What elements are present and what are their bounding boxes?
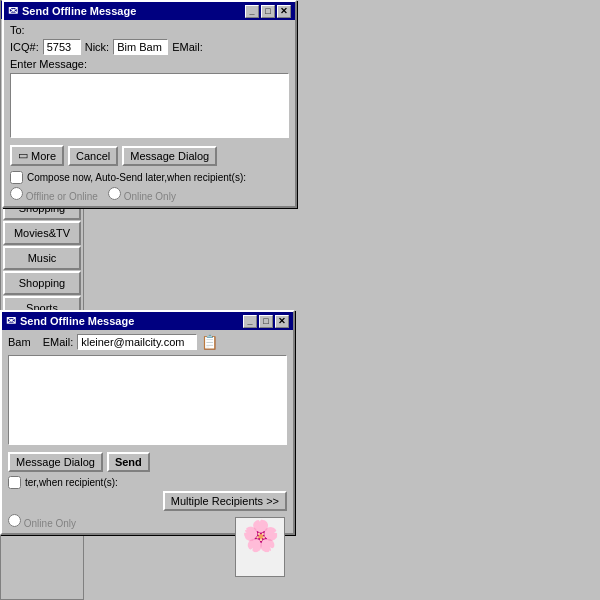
compose-label-2: ter,when recipient(s):: [25, 477, 118, 488]
to-label-1: To:: [10, 24, 25, 36]
compose-checkbox-2[interactable]: [8, 476, 21, 489]
send-offline-title-2: Send Offline Message: [20, 315, 134, 327]
radio-online-only-2[interactable]: Online Only: [8, 514, 76, 529]
close-button-2[interactable]: ✕: [275, 315, 289, 328]
multiple-recipients-button[interactable]: Multiple Recipients >>: [163, 491, 287, 511]
send-offline-window-1: ✉ Send Offline Message _ □ ✕ To: ICQ#: N…: [2, 0, 297, 208]
maximize-button-1[interactable]: □: [261, 5, 275, 18]
send-offline-titlebar-2: ✉ Send Offline Message _ □ ✕: [2, 312, 293, 330]
maximize-button-2[interactable]: □: [259, 315, 273, 328]
email-label-1: EMail:: [172, 41, 203, 53]
minimize-button-2[interactable]: _: [243, 315, 257, 328]
icq-number-input-1[interactable]: [43, 39, 81, 55]
email-icon-2[interactable]: 📋: [201, 334, 218, 350]
close-button-1[interactable]: ✕: [277, 5, 291, 18]
radio-offline-online-1[interactable]: Offline or Online: [10, 187, 98, 202]
message-textarea-2[interactable]: [8, 355, 287, 445]
topic-button-9[interactable]: Music: [3, 246, 81, 270]
email-input-2[interactable]: [77, 334, 197, 350]
icq-label-1: ICQ#:: [10, 41, 39, 53]
message-dialog-button-2[interactable]: Message Dialog: [8, 452, 103, 472]
topic-button-8[interactable]: Movies&TV: [3, 221, 81, 245]
compose-label-1: Compose now, Auto-Send later,when recipi…: [27, 172, 246, 183]
nick-input-1[interactable]: [113, 39, 168, 55]
send-button[interactable]: Send: [107, 452, 150, 472]
send-offline-title-1: Send Offline Message: [22, 5, 136, 17]
send-offline-titlebar-1: ✉ Send Offline Message _ □ ✕: [4, 2, 295, 20]
compose-checkbox-1[interactable]: [10, 171, 23, 184]
enter-message-label-1: Enter Message:: [10, 58, 87, 70]
nick-label-1: Nick:: [85, 41, 109, 53]
more-button-1[interactable]: ▭ More: [10, 145, 64, 166]
cancel-button-1[interactable]: Cancel: [68, 146, 118, 166]
email-label-2: EMail:: [43, 336, 74, 348]
send-offline-window-2: ✉ Send Offline Message _ □ ✕ Bam EMail: …: [0, 310, 295, 535]
radio-online-only-1[interactable]: Online Only: [108, 187, 176, 202]
minimize-button-1[interactable]: _: [245, 5, 259, 18]
message-textarea-1[interactable]: [10, 73, 289, 138]
bam-label: Bam: [8, 336, 31, 348]
topic-button-10[interactable]: Shopping: [3, 271, 81, 295]
message-dialog-button-1[interactable]: Message Dialog: [122, 146, 217, 166]
